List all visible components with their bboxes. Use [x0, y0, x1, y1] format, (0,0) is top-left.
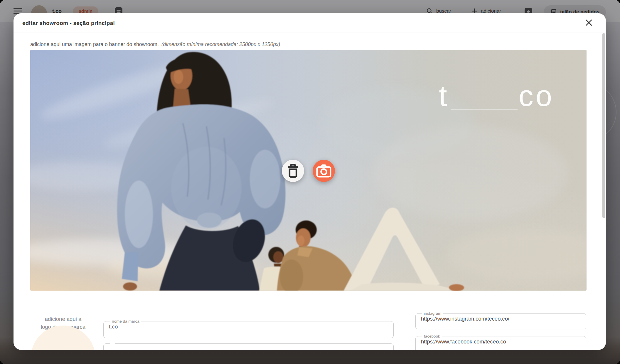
facebook-label: facebook: [422, 334, 442, 338]
delete-banner-button[interactable]: [282, 160, 304, 182]
camera-icon: [313, 160, 335, 182]
banner-logo-underline: [451, 109, 518, 109]
facebook-input[interactable]: [420, 338, 582, 348]
brand-name-label: nome da marca: [110, 319, 141, 323]
brand-name-input[interactable]: [108, 323, 389, 333]
header-divider: [14, 33, 606, 33]
close-icon[interactable]: [585, 18, 593, 27]
banner-brand-logo: t co: [439, 81, 554, 110]
trash-icon: [282, 160, 304, 182]
banner-logo-co: co: [519, 81, 555, 110]
banner-hint-note: (dimensão mínima recomendada: 2500px x 1…: [161, 41, 280, 47]
banner-logo-t: t: [439, 81, 449, 110]
instagram-label: instagram: [422, 311, 443, 315]
banner-hint: adicione aqui uma imagem para o banner d…: [30, 41, 280, 48]
modal-title: editar showroom - seção principal: [22, 20, 115, 26]
instagram-field: instagram: [415, 311, 586, 329]
next-field-partial: [103, 342, 394, 350]
screen: t t.co admin buscar adicionar: [0, 0, 620, 364]
instagram-input[interactable]: [420, 315, 582, 325]
modal-scrollbar[interactable]: [602, 33, 605, 218]
change-banner-button[interactable]: [313, 160, 335, 182]
facebook-field: facebook: [415, 334, 586, 350]
edit-showroom-modal: editar showroom - seção principal adicio…: [14, 13, 606, 350]
brand-name-field: nome da marca: [103, 319, 394, 338]
showroom-banner-image: t co: [30, 50, 587, 291]
